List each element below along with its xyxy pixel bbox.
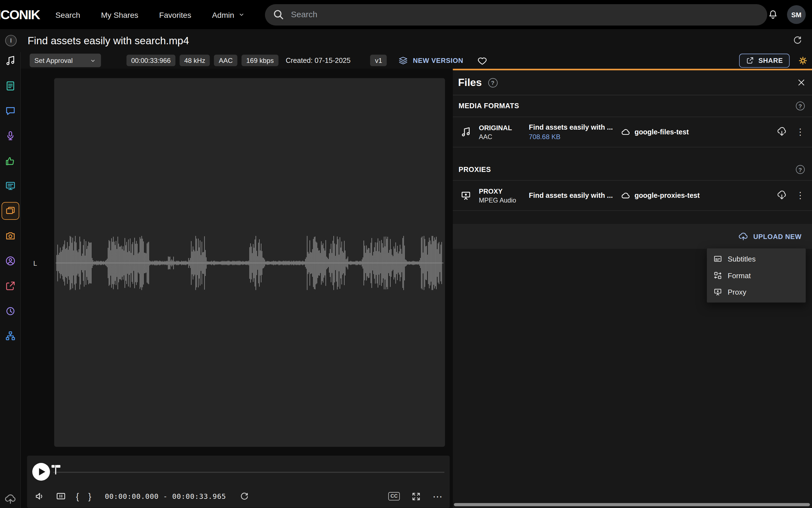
cloud-download-icon[interactable] bbox=[776, 126, 787, 138]
share-export-icon bbox=[4, 280, 16, 292]
top-navigation-bar: ICONIK Search My Shares Favorites Admin … bbox=[0, 0, 812, 29]
asset-toolbar: Set Approval 00:00:33:966 48 kHz AAC 169… bbox=[21, 52, 812, 69]
hierarchy-icon bbox=[4, 330, 16, 342]
timecode-display: 00:00:00.000 - 00:00:33.965 bbox=[105, 492, 226, 501]
frame-grab-icon[interactable] bbox=[55, 491, 66, 502]
sidebar-item-comments[interactable] bbox=[1, 102, 19, 120]
main-row: Set Approval 00:00:33:966 48 kHz AAC 169… bbox=[0, 52, 812, 508]
sidebar-item-transcription[interactable] bbox=[1, 127, 19, 145]
row-actions: ⋮ bbox=[776, 126, 807, 138]
mark-in-button[interactable]: { bbox=[76, 492, 79, 501]
upload-band: UPLOAD NEW bbox=[453, 224, 812, 249]
section-gap bbox=[453, 147, 812, 159]
chevron-down-icon bbox=[238, 11, 245, 18]
settings-gear-icon[interactable] bbox=[798, 55, 808, 66]
set-approval-dropdown[interactable]: Set Approval bbox=[30, 54, 101, 67]
menu-item-proxy[interactable]: Proxy bbox=[707, 284, 806, 300]
volume-icon[interactable] bbox=[35, 491, 46, 502]
codec-badge: AAC bbox=[214, 55, 237, 66]
more-options-button[interactable]: ⋯ bbox=[433, 491, 442, 501]
refresh-icon[interactable] bbox=[792, 35, 803, 46]
notification-bell-icon[interactable] bbox=[767, 9, 779, 20]
row-actions: ⋮ bbox=[776, 190, 807, 201]
close-icon[interactable] bbox=[797, 78, 806, 87]
waveform-panel[interactable] bbox=[54, 78, 445, 447]
proxies-section-header: PROXIES bbox=[453, 159, 812, 181]
global-search-bar[interactable] bbox=[265, 4, 767, 25]
music-note-icon bbox=[460, 126, 471, 138]
file-row-original[interactable]: ORIGINAL AAC Find assets easily with ...… bbox=[453, 117, 812, 147]
sidebar-item-people[interactable] bbox=[1, 252, 19, 270]
new-version-button[interactable]: NEW VERSION bbox=[398, 55, 463, 66]
search-input[interactable] bbox=[291, 10, 760, 19]
play-icon bbox=[39, 468, 45, 475]
created-date: Created: 07-15-2025 bbox=[285, 56, 350, 64]
files-panel-title: Files bbox=[458, 77, 482, 88]
format-type: ORIGINAL AAC bbox=[479, 124, 529, 140]
sidebar-item-history[interactable] bbox=[1, 302, 19, 320]
toolbar-right: SHARE bbox=[739, 53, 808, 68]
cloud-download-icon[interactable] bbox=[776, 190, 787, 201]
player-controls: { } 00:00:00.000 - 00:00:33.965 CC bbox=[27, 456, 450, 508]
player-controls-right: CC ⋯ bbox=[389, 491, 442, 501]
cloud-icon bbox=[620, 190, 631, 201]
media-viewer: L bbox=[21, 69, 453, 508]
page-title: Find assets easily with search.mp4 bbox=[28, 35, 189, 46]
menu-item-format[interactable]: Format bbox=[707, 267, 806, 284]
mark-out-button[interactable]: } bbox=[88, 492, 91, 501]
favorite-heart-icon[interactable] bbox=[477, 55, 488, 66]
play-button[interactable] bbox=[32, 463, 50, 481]
files-panel: Files MEDIA FORMATS bbox=[453, 69, 812, 508]
duration-badge: 00:00:33:966 bbox=[127, 55, 176, 66]
kebab-menu-icon[interactable]: ⋮ bbox=[794, 191, 807, 200]
sidebar-item-audio[interactable] bbox=[1, 52, 19, 70]
media-formats-section-header: MEDIA FORMATS bbox=[453, 95, 812, 117]
sidebar-item-relations[interactable] bbox=[1, 327, 19, 345]
sidebar-item-keyframes[interactable] bbox=[1, 227, 19, 245]
search-icon bbox=[272, 8, 285, 21]
sidebar-bottom bbox=[0, 493, 20, 505]
sidebar-item-storyboard[interactable] bbox=[1, 177, 19, 195]
closed-captions-button[interactable]: CC bbox=[389, 492, 400, 500]
upload-cloud-icon[interactable] bbox=[4, 493, 16, 505]
upload-new-button[interactable]: UPLOAD NEW bbox=[738, 231, 802, 242]
user-circle-icon bbox=[4, 255, 16, 266]
nav-search[interactable]: Search bbox=[55, 10, 80, 19]
storage-cell: google-proxies-test bbox=[620, 190, 700, 201]
timeline-scrubber[interactable] bbox=[53, 472, 445, 473]
nav-my-shares[interactable]: My Shares bbox=[101, 10, 138, 19]
sidebar-item-metadata[interactable] bbox=[1, 77, 19, 95]
help-icon[interactable] bbox=[796, 101, 805, 111]
app-logo[interactable]: ICONIK bbox=[0, 7, 40, 22]
monitor-lines-icon bbox=[4, 180, 16, 192]
file-size-link[interactable]: 708.68 KB bbox=[529, 133, 620, 140]
file-name-cell: Find assets easily with ... bbox=[529, 192, 620, 200]
kebab-menu-icon[interactable]: ⋮ bbox=[794, 128, 807, 137]
asset-initial-badge: I bbox=[5, 35, 17, 46]
help-icon[interactable] bbox=[796, 165, 805, 174]
user-avatar[interactable]: SM bbox=[787, 5, 806, 24]
playhead-marker[interactable] bbox=[54, 465, 56, 475]
metadata-form-icon bbox=[4, 80, 16, 91]
horizontal-scrollbar[interactable] bbox=[454, 503, 810, 506]
loop-icon[interactable] bbox=[240, 491, 250, 501]
file-row-proxy[interactable]: PROXY MPEG Audio Find assets easily with… bbox=[453, 181, 812, 211]
nav-favorites[interactable]: Favorites bbox=[159, 10, 191, 19]
nav-admin[interactable]: Admin bbox=[212, 10, 245, 19]
sidebar-item-files[interactable] bbox=[1, 202, 19, 220]
thumbs-up-icon bbox=[4, 155, 16, 167]
help-icon[interactable] bbox=[488, 78, 497, 87]
version-badge: v1 bbox=[370, 55, 387, 66]
sidebar-item-share-export[interactable] bbox=[1, 277, 19, 295]
share-button[interactable]: SHARE bbox=[739, 53, 790, 68]
sidebar-item-approvals[interactable] bbox=[1, 152, 19, 170]
asset-title-bar: I Find assets easily with search.mp4 bbox=[0, 29, 812, 52]
proxy-icon bbox=[713, 287, 722, 297]
menu-item-subtitles[interactable]: Subtitles bbox=[707, 250, 806, 267]
file-name-cell: Find assets easily with ... 708.68 KB bbox=[529, 124, 620, 141]
chevron-down-icon bbox=[90, 57, 96, 64]
fullscreen-icon[interactable] bbox=[411, 491, 421, 501]
content-row: L bbox=[21, 69, 812, 508]
format-type: PROXY MPEG Audio bbox=[479, 187, 529, 204]
music-note-icon bbox=[4, 55, 16, 67]
